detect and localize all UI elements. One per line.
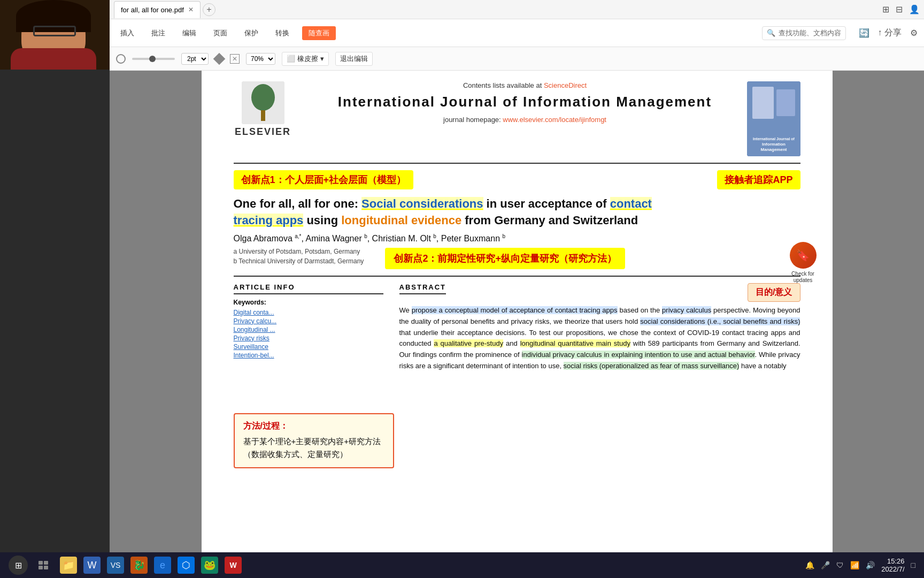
exit-edit-button[interactable]: 退出编辑	[335, 52, 373, 66]
taskbar-time-display: 15:26	[881, 557, 904, 565]
taskbar-wps[interactable]: W	[225, 557, 242, 574]
journal-center-header: Contents lists available at ScienceDirec…	[303, 81, 747, 124]
annotation-1-right: 接触者追踪APP	[717, 170, 800, 189]
search-placeholder-text: 查找功能、文档内容	[779, 28, 841, 38]
taskbar-app-3[interactable]: 🐉	[130, 557, 148, 574]
taskbar-file-manager[interactable]: 📁	[60, 557, 77, 574]
taskbar-shield-icon[interactable]: 🛡	[836, 561, 844, 569]
taskbar-browser-ie[interactable]: e	[154, 557, 171, 574]
svg-point-1	[251, 84, 275, 111]
opacity-select[interactable]: 70%	[246, 53, 275, 65]
affiliations-row: a University of Potsdam, Potsdam, German…	[234, 248, 800, 269]
abstract-highlight-2: privacy calculus	[662, 306, 711, 314]
annotation-method-title: 方法/过程：	[243, 421, 384, 432]
pdf-tab[interactable]: for all, all for one.pdf ✕	[114, 1, 201, 18]
grid-view-icon[interactable]: ⊞	[882, 4, 889, 14]
x-tool[interactable]: ✕	[230, 54, 240, 64]
eraser-label: 橡皮擦	[297, 54, 318, 64]
svg-rect-12	[44, 566, 48, 569]
convert-button[interactable]: 转换	[271, 26, 294, 40]
body-divider	[234, 276, 800, 277]
webcam-feed	[0, 0, 110, 70]
keywords-label: Keywords:	[234, 299, 383, 306]
taskbar-notification-icon[interactable]: 🔔	[805, 561, 814, 569]
edit-button[interactable]: 编辑	[178, 26, 201, 40]
journal-homepage: journal homepage: www.elsevier.com/locat…	[314, 116, 736, 124]
draw-active-button[interactable]: 随查画	[302, 26, 336, 40]
elsevier-tree-logo	[242, 81, 284, 124]
journal-header: ELSEVIER Contents lists available at Sci…	[234, 81, 800, 156]
pdf-viewer-window: for all, all for one.pdf ✕ + ⊞ ⊟ 👤 插入 批注…	[110, 0, 924, 578]
start-button[interactable]: ⊞	[9, 556, 28, 575]
svg-text:Management: Management	[760, 147, 787, 152]
title-longitudinal: longitudinal evidence	[341, 214, 461, 227]
annotation-method-box: 方法/过程： 基于某个理论+主要研究内容+研究方法（数据收集方式、定量研究）	[234, 413, 394, 468]
pdf-main-area: ELSEVIER Contents lists available at Sci…	[110, 71, 924, 559]
keyword-3[interactable]: Longitudinal ...	[234, 325, 383, 334]
size-select[interactable]: 2pt	[181, 53, 209, 65]
affiliation-b: b Technical University of Darmstadt, Ger…	[234, 257, 364, 265]
check-updates-badge[interactable]: 🔖 Check for updates	[784, 242, 822, 284]
header-divider	[234, 163, 800, 164]
abstract-header: ABSTRACT	[399, 283, 446, 294]
sciencedirect-link[interactable]: ScienceDirect	[544, 81, 587, 89]
tab-close-icon[interactable]: ✕	[188, 6, 194, 13]
eraser-button[interactable]: ⬜ 橡皮擦 ▾	[282, 52, 329, 66]
taskbar-task-view[interactable]	[34, 556, 53, 575]
taskbar-network-icon[interactable]: 📶	[850, 561, 859, 569]
affiliation-a: a University of Potsdam, Potsdam, German…	[234, 248, 364, 255]
purpose-annotation: 目的/意义	[748, 283, 800, 302]
toolbar: 插入 批注 编辑 页面 保护 转换 随查画 🔍 查找功能、文档内容 🔄 ↑ 分享…	[110, 19, 924, 47]
title-mid: in user acceptance of	[483, 197, 610, 210]
abstract-highlight-7: social risks (operationalized as fear of…	[564, 362, 740, 370]
authors-line: Olga Abramova a,*, Amina Wagner b, Chris…	[234, 233, 800, 244]
share-button[interactable]: ↑ 分享	[878, 27, 902, 39]
elsevier-brand-text: ELSEVIER	[235, 126, 291, 138]
settings-icon[interactable]: ⚙	[910, 28, 918, 38]
search-icon: 🔍	[767, 29, 775, 37]
svg-rect-10	[44, 561, 48, 565]
abstract-highlight-5: longitudinal quanti­tative main study	[520, 339, 630, 347]
pen-size-slider[interactable]	[132, 58, 175, 60]
page-button[interactable]: 页面	[209, 26, 232, 40]
homepage-link[interactable]: www.elsevier.com/locate/ijinfomgt	[503, 116, 606, 124]
taskbar-app-2[interactable]: VS	[107, 557, 124, 574]
taskbar-app-1[interactable]: W	[83, 557, 101, 574]
diamond-tool[interactable]	[213, 52, 226, 65]
annotate-button[interactable]: 批注	[147, 26, 170, 40]
keyword-2[interactable]: Privacy calcu...	[234, 317, 383, 325]
tab-title: for all, all for one.pdf	[121, 6, 184, 14]
user-icon[interactable]: 👤	[909, 4, 920, 14]
keyword-6[interactable]: Intention-bel...	[234, 351, 383, 360]
abstract-text: We propose a conceptual model of accepta…	[399, 305, 800, 372]
taskbar-volume-icon[interactable]: 🔊	[866, 561, 875, 569]
keyword-5[interactable]: Surveillance	[234, 343, 383, 351]
taskbar-clock[interactable]: 15:26 2022/7/	[881, 557, 904, 573]
taskbar-show-desktop[interactable]: □	[911, 561, 915, 569]
eraser-icon: ⬜	[287, 55, 295, 63]
article-body: ARTICLE INFO Keywords: Digital conta... …	[234, 283, 800, 372]
sync-icon[interactable]: 🔄	[859, 28, 869, 38]
svg-rect-2	[261, 110, 265, 121]
keyword-4[interactable]: Privacy risks	[234, 334, 383, 343]
insert-button[interactable]: 插入	[116, 26, 138, 40]
exit-label: 退出编辑	[340, 55, 368, 63]
taskbar-browser-edge[interactable]: ⬡	[178, 557, 195, 574]
taskbar-date-display: 2022/7/	[881, 565, 904, 573]
article-info-header: ARTICLE INFO	[234, 283, 383, 294]
title-plain: One for all, all for one:	[234, 197, 362, 210]
protect-button[interactable]: 保护	[240, 26, 263, 40]
eraser-chevron: ▾	[320, 55, 324, 63]
check-updates-icon: 🔖	[790, 242, 817, 269]
svg-rect-4	[752, 87, 774, 119]
keyword-1[interactable]: Digital conta...	[234, 308, 383, 317]
taskbar-app-4[interactable]: 🐸	[201, 557, 218, 574]
pen-circle-tool[interactable]	[116, 54, 126, 64]
layout-icon[interactable]: ⊟	[896, 4, 903, 14]
taskbar-mic-icon[interactable]: 🎤	[821, 561, 830, 569]
abstract-highlight-6: individual privacy calculus in explainin…	[522, 351, 755, 359]
svg-rect-5	[776, 89, 795, 116]
title-bar: for all, all for one.pdf ✕ + ⊞ ⊟ 👤	[110, 0, 924, 19]
search-bar[interactable]: 🔍 查找功能、文档内容	[762, 26, 846, 40]
new-tab-button[interactable]: +	[203, 3, 215, 16]
